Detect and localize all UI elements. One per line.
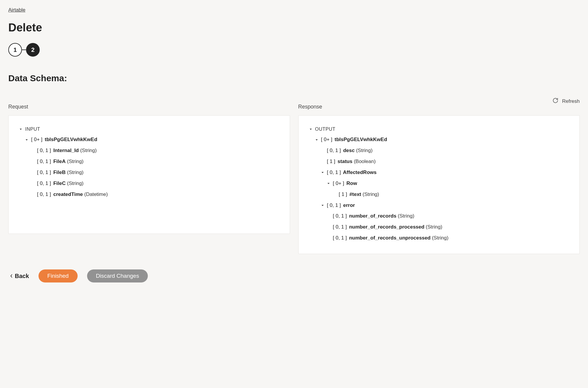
response-item-text: [ 0+ ] Row (333, 179, 357, 188)
chevron-down-icon[interactable] (315, 138, 319, 142)
field-name: createdTime (52, 191, 83, 197)
response-panel: OUTPUT [ 0+ ] tblsPgGELVwhkKwEd[ 0, 1 ] … (298, 115, 580, 254)
cardinality: [ 0, 1 ] (37, 170, 51, 175)
cardinality: [ 0, 1 ] (333, 213, 347, 219)
request-item-text: [ 0, 1 ] FileB (String) (37, 168, 84, 177)
response-root-row[interactable]: OUTPUT (309, 124, 570, 134)
response-item-text: [ 0, 1 ] number_of_records_processed (St… (333, 223, 443, 231)
response-item[interactable]: [ 0+ ] tblsPgGELVwhkKwEd (309, 134, 570, 145)
response-item: [ 1 ] status (Boolean) (309, 156, 570, 167)
response-item-text: [ 0+ ] tblsPgGELVwhkKwEd (321, 135, 387, 144)
field-type: (String) (66, 170, 84, 175)
cardinality: [ 1 ] (339, 191, 347, 197)
field-name: tblsPgGELVwhkKwEd (333, 137, 387, 142)
response-item-text: [ 0, 1 ] number_of_records (String) (333, 212, 414, 221)
chevron-down-icon[interactable] (19, 127, 23, 131)
step-2[interactable]: 2 (26, 43, 40, 57)
chevron-down-icon[interactable] (321, 203, 325, 207)
response-item-text: [ 0, 1 ] error (327, 201, 355, 210)
cardinality: [ 0, 1 ] (327, 202, 341, 208)
field-type: (String) (430, 235, 448, 241)
request-item-text: [ 0, 1 ] Internal_Id (String) (37, 146, 97, 155)
response-item: [ 1 ] #text (String) (309, 189, 570, 200)
field-type: (String) (396, 213, 414, 219)
field-type: (Boolean) (353, 159, 376, 164)
cardinality: [ 0, 1 ] (327, 170, 341, 175)
request-item: [ 0, 1 ] Internal_Id (String) (19, 145, 280, 156)
cardinality: [ 0+ ] (31, 137, 42, 142)
response-item-text: [ 0, 1 ] AffectedRows (327, 168, 377, 177)
request-item-text: [ 0, 1 ] FileC (String) (37, 179, 84, 188)
response-item: [ 0, 1 ] desc (String) (309, 145, 570, 156)
back-label: Back (15, 273, 29, 280)
request-item: [ 0, 1 ] FileC (String) (19, 178, 280, 189)
field-name: FileC (52, 181, 65, 186)
field-type: (Datetime) (83, 191, 108, 197)
refresh-label: Refresh (562, 98, 580, 104)
cardinality: [ 0, 1 ] (37, 148, 51, 153)
field-name: #text (348, 191, 361, 197)
request-item: [ 0, 1 ] createdTime (Datetime) (19, 189, 280, 200)
cardinality: [ 1 ] (327, 159, 335, 164)
response-item[interactable]: [ 0, 1 ] AffectedRows (309, 167, 570, 178)
field-name: FileA (52, 159, 65, 164)
chevron-down-icon[interactable] (309, 127, 313, 131)
cardinality: [ 0, 1 ] (37, 191, 51, 197)
response-root-label: OUTPUT (315, 125, 336, 133)
response-item-text: [ 1 ] #text (String) (339, 190, 379, 199)
stepper: 1 2 (8, 43, 580, 57)
chevron-down-icon[interactable] (326, 181, 331, 186)
field-name: FileB (52, 170, 65, 175)
field-type: (String) (361, 191, 379, 197)
field-name: desc (342, 148, 355, 153)
cardinality: [ 0, 1 ] (37, 159, 51, 164)
request-item-text: [ 0+ ] tblsPgGELVwhkKwEd (31, 135, 97, 144)
chevron-down-icon[interactable] (25, 138, 29, 142)
request-item[interactable]: [ 0+ ] tblsPgGELVwhkKwEd (19, 134, 280, 145)
response-item-text: [ 1 ] status (Boolean) (327, 157, 376, 166)
cardinality: [ 0+ ] (321, 137, 332, 142)
cardinality: [ 0, 1 ] (327, 148, 341, 153)
field-name: number_of_records (348, 213, 396, 219)
request-label: Request (8, 104, 290, 110)
request-item-text: [ 0, 1 ] createdTime (Datetime) (37, 190, 108, 199)
chevron-down-icon[interactable] (321, 170, 325, 175)
request-root-row[interactable]: INPUT (19, 124, 280, 134)
request-panel: INPUT [ 0+ ] tblsPgGELVwhkKwEd[ 0, 1 ] I… (8, 115, 290, 234)
response-item[interactable]: [ 0+ ] Row (309, 178, 570, 189)
response-label: Response (298, 104, 580, 110)
response-item-text: [ 0, 1 ] number_of_records_unprocessed (… (333, 234, 448, 242)
cardinality: [ 0+ ] (333, 181, 344, 186)
breadcrumb-airtable[interactable]: Airtable (8, 7, 25, 13)
field-type: (String) (66, 181, 84, 186)
field-type: (String) (66, 159, 84, 164)
field-type: (String) (79, 148, 97, 153)
response-item: [ 0, 1 ] number_of_records_processed (St… (309, 222, 570, 233)
cardinality: [ 0, 1 ] (37, 181, 51, 186)
cardinality: [ 0, 1 ] (333, 235, 347, 241)
request-item-text: [ 0, 1 ] FileA (String) (37, 157, 84, 166)
back-button[interactable]: Back (10, 273, 29, 280)
field-type: (String) (424, 224, 442, 230)
cardinality: [ 0, 1 ] (333, 224, 347, 230)
field-name: tblsPgGELVwhkKwEd (43, 137, 97, 142)
field-name: number_of_records_unprocessed (348, 235, 431, 241)
footer: Back Finished Discard Changes (8, 269, 580, 282)
section-heading: Data Schema: (8, 73, 580, 83)
field-type: (String) (355, 148, 372, 153)
request-item: [ 0, 1 ] FileA (String) (19, 156, 280, 167)
field-name: number_of_records_processed (348, 224, 424, 230)
step-1[interactable]: 1 (8, 43, 22, 57)
field-name: error (342, 202, 355, 208)
field-name: AffectedRows (342, 170, 376, 175)
response-item: [ 0, 1 ] number_of_records_unprocessed (… (309, 233, 570, 244)
response-item: [ 0, 1 ] number_of_records (String) (309, 211, 570, 222)
response-item[interactable]: [ 0, 1 ] error (309, 200, 570, 211)
step-connector (22, 50, 26, 50)
request-root-label: INPUT (25, 125, 40, 133)
field-name: Row (345, 181, 357, 186)
field-name: Internal_Id (52, 148, 79, 153)
finished-button[interactable]: Finished (39, 269, 78, 282)
discard-button[interactable]: Discard Changes (87, 269, 148, 282)
chevron-left-icon (10, 274, 13, 278)
